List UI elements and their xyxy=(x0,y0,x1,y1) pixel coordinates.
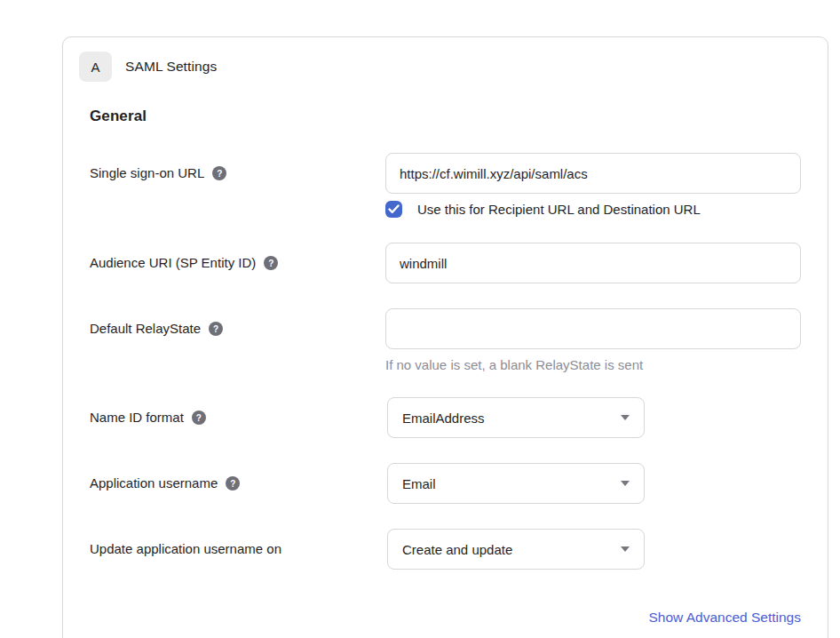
audience-uri-label: Audience URI (SP Entity ID) ? xyxy=(90,243,385,283)
sso-url-label-text: Single sign-on URL xyxy=(90,164,204,182)
sso-checkbox-row: Use this for Recipient URL and Destinati… xyxy=(385,201,801,218)
relaystate-input[interactable] xyxy=(385,308,801,349)
update-app-username-label-text: Update application username on xyxy=(90,540,281,558)
relaystate-row: Default RelayState ? If no value is set,… xyxy=(90,308,801,372)
name-id-format-label: Name ID format ? xyxy=(90,397,387,438)
audience-uri-control xyxy=(385,243,801,283)
relaystate-helper-text: If no value is set, a blank RelayState i… xyxy=(385,357,801,372)
sso-url-label: Single sign-on URL ? xyxy=(90,153,385,218)
sso-url-control: Use this for Recipient URL and Destinati… xyxy=(385,153,801,218)
help-icon[interactable]: ? xyxy=(209,322,223,336)
card-title: SAML Settings xyxy=(125,59,217,75)
section-badge: A xyxy=(79,52,112,82)
sso-url-row: Single sign-on URL ? Use this for Recipi… xyxy=(90,153,801,218)
name-id-format-row: Name ID format ? EmailAddress xyxy=(90,397,801,438)
name-id-format-selected-value: EmailAddress xyxy=(402,411,485,426)
caret-down-icon xyxy=(621,546,630,552)
app-username-row: Application username ? Email xyxy=(90,463,801,504)
audience-uri-row: Audience URI (SP Entity ID) ? xyxy=(90,243,801,283)
help-icon[interactable]: ? xyxy=(212,166,226,180)
update-app-username-select[interactable]: Create and update xyxy=(387,529,645,570)
relaystate-control: If no value is set, a blank RelayState i… xyxy=(385,308,801,372)
app-username-control: Email xyxy=(387,463,801,504)
checkmark-icon xyxy=(388,204,400,214)
relaystate-label: Default RelayState ? xyxy=(90,308,385,372)
use-this-checkbox-label: Use this for Recipient URL and Destinati… xyxy=(417,202,701,217)
update-app-username-selected-value: Create and update xyxy=(402,542,512,557)
update-app-username-control: Create and update xyxy=(387,529,801,570)
update-app-username-label: Update application username on xyxy=(90,529,387,570)
help-icon[interactable]: ? xyxy=(264,256,278,270)
app-username-label: Application username ? xyxy=(90,463,387,504)
relaystate-label-text: Default RelayState xyxy=(90,320,201,338)
app-username-selected-value: Email xyxy=(402,476,436,491)
caret-down-icon xyxy=(621,481,630,486)
sso-url-input[interactable] xyxy=(385,153,801,194)
app-username-label-text: Application username xyxy=(90,475,218,492)
audience-uri-input[interactable] xyxy=(385,243,801,283)
saml-settings-form: Single sign-on URL ? Use this for Recipi… xyxy=(63,153,828,570)
app-username-select[interactable]: Email xyxy=(387,463,645,504)
show-advanced-settings-link[interactable]: Show Advanced Settings xyxy=(649,610,801,625)
help-icon[interactable]: ? xyxy=(192,411,206,425)
use-this-checkbox[interactable] xyxy=(385,201,402,218)
name-id-format-control: EmailAddress xyxy=(387,397,801,438)
update-app-username-row: Update application username on Create an… xyxy=(90,529,801,570)
name-id-format-select[interactable]: EmailAddress xyxy=(387,397,645,438)
name-id-format-label-text: Name ID format xyxy=(90,409,184,427)
advanced-settings-row: Show Advanced Settings xyxy=(63,594,828,626)
audience-uri-label-text: Audience URI (SP Entity ID) xyxy=(90,254,256,272)
saml-settings-card: A SAML Settings General Single sign-on U… xyxy=(62,36,828,638)
card-header: A SAML Settings xyxy=(63,37,828,82)
help-icon[interactable]: ? xyxy=(226,476,240,490)
caret-down-icon xyxy=(621,415,630,420)
general-section-heading: General xyxy=(90,108,801,125)
